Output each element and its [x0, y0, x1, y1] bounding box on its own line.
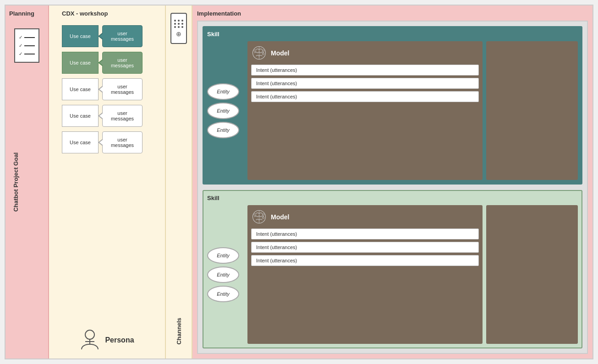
entity-2-3: Entity	[207, 286, 239, 302]
speech-bubble-1: user messages	[102, 25, 143, 47]
implementation-panel: Implementation Skill Entity Entity	[192, 5, 593, 359]
chatbot-goal-label: Chatbot Project Goal	[11, 5, 20, 359]
use-case-row-2: Use case user messages	[62, 52, 159, 74]
skill-2-entities: Entity Entity Entity	[207, 205, 244, 344]
use-case-row-4: Use case user messages	[62, 105, 159, 127]
intent-2-2: Intent (utterances)	[251, 242, 479, 253]
model-2-label: Model	[271, 213, 289, 221]
skill-box-1: Skill Entity Entity Entity	[203, 26, 582, 185]
use-case-box-4: Use case	[62, 105, 99, 127]
skill-1-intents: Intent (utterances) Intent (utterances) …	[251, 65, 479, 102]
implementation-inner: Skill Entity Entity Entity	[197, 21, 588, 354]
persona-label: Persona	[105, 336, 134, 344]
skill-1-label: Skill	[207, 31, 578, 38]
intent-1-2: Intent (utterances)	[251, 78, 479, 89]
speech-bubble-5: user messages	[102, 131, 143, 153]
skill-1-content: Entity Entity Entity	[207, 41, 578, 180]
intent-2-1: Intent (utterances)	[251, 228, 479, 239]
use-case-box-2: Use case	[62, 52, 99, 74]
skill-box-2: Skill Entity Entity Entity	[203, 190, 582, 348]
use-case-row-3: Use case user messages	[62, 78, 159, 100]
persona-section: Persona	[49, 329, 165, 352]
svg-point-14	[254, 214, 256, 216]
skill-1-right-area	[486, 41, 578, 180]
svg-point-7	[254, 50, 256, 52]
skill-2-content: Entity Entity Entity	[207, 205, 578, 344]
use-case-box-3: Use case	[62, 78, 99, 100]
use-case-box-5: Use case	[62, 131, 99, 153]
dot-grid-icon	[174, 20, 184, 28]
svg-point-0	[85, 330, 94, 339]
skill-2-intents: Intent (utterances) Intent (utterances) …	[251, 228, 479, 266]
use-case-box-1: Use case	[62, 25, 99, 47]
channels-device-icon: ⊕	[170, 13, 187, 44]
skill-2-label: Skill	[207, 195, 578, 201]
planning-panel: Planning ✓ ✓ ✓ Chatbot Project Goal	[5, 5, 49, 359]
brain-icon-1	[251, 45, 267, 61]
speech-bubble-3: user messages	[102, 78, 143, 100]
persona-icon	[80, 329, 100, 352]
nav-arrows-icon: ⊕	[176, 31, 181, 37]
intent-1-3: Intent (utterances)	[251, 91, 479, 102]
skill-2-right-area	[486, 205, 578, 344]
entity-2-2: Entity	[207, 266, 239, 283]
entity-1-3: Entity	[207, 122, 239, 138]
speech-bubble-2: user messages	[102, 52, 143, 74]
skill-1-entities: Entity Entity Entity	[207, 41, 244, 180]
entity-1-2: Entity	[207, 103, 239, 119]
implementation-label: Implementation	[197, 10, 588, 17]
cdx-label: CDX - workshop	[62, 10, 159, 17]
intent-1-1: Intent (utterances)	[251, 65, 479, 76]
entity-1-1: Entity	[207, 83, 239, 100]
brain-icon-2	[251, 209, 267, 225]
speech-bubble-4: user messages	[102, 105, 143, 127]
cdx-panel: CDX - workshop Use case user messages Us…	[49, 5, 166, 359]
skill-2-model: Model Intent (utterances) Intent (uttera…	[247, 205, 483, 344]
model-1-label: Model	[271, 49, 289, 57]
use-case-row-1: Use case user messages	[62, 25, 159, 47]
intent-2-3: Intent (utterances)	[251, 255, 479, 266]
channels-label: Channels	[176, 318, 182, 345]
use-case-row-5: Use case user messages	[62, 131, 159, 153]
channels-panel: ⊕ Channels	[166, 5, 192, 359]
entity-2-1: Entity	[207, 247, 239, 264]
skill-1-model: Model Intent (utterances) Intent (uttera…	[247, 41, 483, 180]
